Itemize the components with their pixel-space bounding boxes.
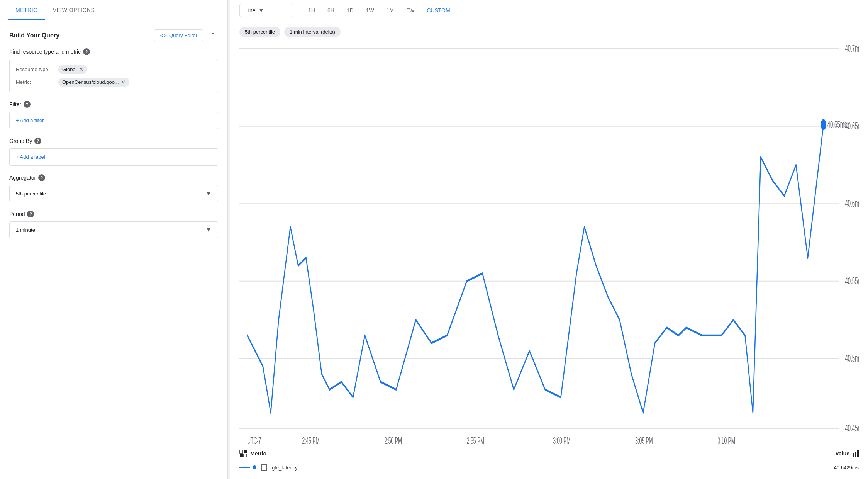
collapse-button[interactable]: ⌃	[208, 31, 218, 41]
legend-metric-icon	[239, 450, 247, 457]
time-btn-1m[interactable]: 1M	[381, 4, 399, 17]
filter-help-icon[interactable]: ?	[24, 101, 31, 108]
resource-type-chip[interactable]: Global ✕	[58, 65, 87, 74]
group-by-help-icon[interactable]: ?	[34, 138, 41, 144]
chart-type-select[interactable]: Line ▼	[239, 4, 293, 17]
query-editor-button[interactable]: <> Query Editor	[154, 29, 203, 41]
svg-rect-22	[240, 454, 243, 457]
chart-filters: 5th percentile 1 min interval (delta)	[230, 21, 868, 41]
aggregator-help-icon[interactable]: ?	[38, 174, 45, 181]
svg-text:2:50 PM: 2:50 PM	[385, 436, 402, 444]
time-btn-custom[interactable]: CUSTOM	[421, 4, 455, 17]
code-icon: <>	[160, 32, 167, 39]
svg-text:40.6ms: 40.6ms	[845, 197, 859, 209]
svg-text:40.65ms: 40.65ms	[827, 119, 847, 130]
resource-section-title: Find resource type and metric	[9, 49, 81, 55]
time-btn-1h[interactable]: 1H	[303, 4, 320, 17]
legend-metric-text: Metric	[250, 450, 266, 457]
svg-text:2:55 PM: 2:55 PM	[467, 436, 484, 444]
svg-text:40.55ms: 40.55ms	[845, 275, 859, 286]
metric-chip[interactable]: OpenCensus/cloud.goo... ✕	[58, 78, 129, 87]
legend-checkbox[interactable]	[261, 464, 267, 471]
aggregator-select[interactable]: 5th percentile ▼	[9, 185, 218, 202]
legend-line-indicator	[239, 465, 256, 469]
metric-label: Metric:	[16, 79, 58, 85]
chart-type-value: Line	[245, 7, 255, 14]
period-dropdown-icon: ▼	[205, 226, 212, 233]
legend-value-text: Value	[835, 450, 849, 457]
group-by-section-title: Group By	[9, 138, 32, 144]
chart-toolbar: Line ▼ 1H 6H 1D 1W 1M 6W CUSTOM	[230, 0, 868, 21]
legend-row-gfe: gfe_latency 40.6429ms	[239, 461, 859, 474]
period-help-icon[interactable]: ?	[27, 211, 34, 217]
time-buttons: 1H 6H 1D 1W 1M 6W CUSTOM	[303, 4, 456, 17]
resource-type-label: Resource type:	[16, 66, 58, 72]
svg-text:40.5ms: 40.5ms	[845, 352, 859, 363]
resource-chip-close[interactable]: ✕	[79, 67, 83, 72]
aggregator-value: 5th percentile	[16, 191, 46, 197]
svg-text:3:10 PM: 3:10 PM	[718, 436, 735, 444]
svg-text:40.7ms: 40.7ms	[845, 42, 859, 54]
svg-rect-21	[244, 450, 247, 453]
build-query-title: Build Your Query	[9, 32, 59, 39]
bars-icon	[853, 450, 859, 457]
svg-text:UTC-7: UTC-7	[247, 436, 261, 444]
resource-help-icon[interactable]: ?	[83, 48, 90, 55]
time-btn-1w[interactable]: 1W	[361, 4, 380, 17]
svg-rect-20	[240, 450, 243, 453]
add-label-box[interactable]: + Add a label	[9, 148, 218, 166]
time-btn-1d[interactable]: 1D	[341, 4, 359, 17]
svg-text:3:00 PM: 3:00 PM	[553, 436, 570, 444]
period-value: 1 minute	[16, 227, 35, 233]
metric-chip-close[interactable]: ✕	[121, 80, 125, 85]
filter-section-title: Filter	[9, 101, 21, 107]
svg-text:40.45ms: 40.45ms	[845, 422, 859, 433]
time-btn-6w[interactable]: 6W	[401, 4, 420, 17]
svg-text:2:45 PM: 2:45 PM	[302, 436, 319, 444]
add-filter-box[interactable]: + Add a filter	[9, 112, 218, 129]
resource-box: Resource type: Global ✕ Metric: OpenCens…	[9, 59, 218, 92]
filter-chip-percentile[interactable]: 5th percentile	[239, 27, 280, 37]
aggregator-section-title: Aggregator	[9, 175, 36, 181]
legend-line-bar	[239, 467, 250, 468]
time-btn-6h[interactable]: 6H	[322, 4, 340, 17]
filter-chip-interval[interactable]: 1 min interval (delta)	[284, 27, 341, 37]
current-value-dot	[821, 119, 826, 130]
chart-legend: Metric Value gfe_latency	[230, 444, 868, 479]
svg-text:40.65ms: 40.65ms	[845, 120, 859, 131]
chart-svg: 40.7ms 40.65ms 40.6ms 40.55ms 40.5ms 40.…	[239, 41, 859, 444]
tab-view-options[interactable]: VIEW OPTIONS	[45, 0, 103, 20]
period-section-title: Period	[9, 211, 25, 217]
tab-metric[interactable]: METRIC	[8, 0, 45, 20]
aggregator-dropdown-icon: ▼	[205, 190, 212, 197]
legend-item-name: gfe_latency	[272, 465, 829, 471]
chart-type-dropdown-icon: ▼	[258, 7, 264, 14]
period-select[interactable]: 1 minute ▼	[9, 221, 218, 238]
chart-area: 40.7ms 40.65ms 40.6ms 40.55ms 40.5ms 40.…	[230, 41, 868, 444]
legend-item-value: 40.6429ms	[834, 465, 859, 471]
legend-dot	[253, 465, 256, 469]
svg-text:3:05 PM: 3:05 PM	[635, 436, 653, 444]
